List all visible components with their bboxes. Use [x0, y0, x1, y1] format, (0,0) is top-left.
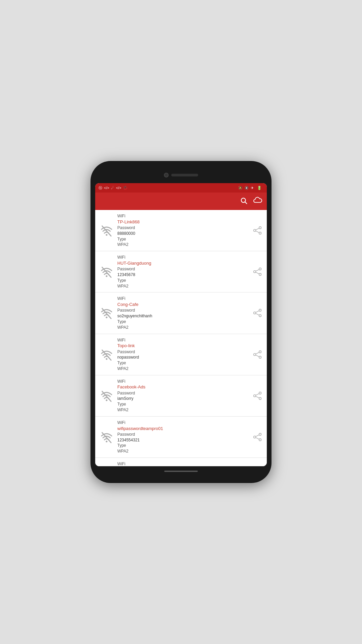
wifi-info: WiFi wifipasswordteampro02 Password 8888… [117, 461, 252, 466]
svg-point-30 [106, 399, 108, 401]
wifi-password: 12345678 [117, 272, 252, 278]
wifi-info: WiFi TP-Link868 Password 88880000 Type W… [117, 213, 252, 248]
svg-point-25 [259, 351, 261, 353]
svg-point-5 [254, 229, 256, 232]
type-label: Type [117, 401, 252, 407]
phone-frame: Ⓝ </> ☄ </> 🐞 🔕 🔇 ✈ 🔋 [90, 161, 272, 483]
notification-icon-n: Ⓝ [99, 185, 102, 191]
svg-line-1 [245, 202, 247, 204]
svg-point-23 [106, 358, 108, 360]
wifi-label: WiFi [117, 255, 252, 260]
wifi-signal-icon [99, 430, 114, 444]
wifi-ssid: Cong-Cafe [117, 302, 252, 308]
svg-line-29 [256, 355, 259, 357]
wifi-ssid: TP-Link868 [117, 219, 252, 225]
wifi-password: 1234554321 [117, 437, 252, 443]
cloud-button[interactable] [253, 197, 262, 206]
svg-point-11 [259, 268, 261, 270]
status-right-icons: 🔕 🔇 ✈ 🔋 [238, 186, 263, 190]
wifi-item: WiFi HUT-Giangduong Password 12345678 Ty… [95, 251, 267, 292]
svg-line-7 [256, 228, 259, 230]
svg-line-43 [256, 438, 259, 439]
wifi-info: WiFi Topo-link Password nopassword Type … [117, 337, 252, 372]
wifi-label: WiFi [117, 461, 252, 466]
svg-line-42 [256, 435, 259, 436]
wifi-password: nopassword [117, 355, 252, 360]
svg-point-16 [106, 317, 108, 318]
wifi-label: WiFi [117, 213, 252, 219]
svg-point-39 [259, 433, 261, 436]
wifi-type: WPA2 [117, 325, 252, 330]
wifi-ssid: Facebook-Ads [117, 384, 252, 390]
type-label: Type [117, 236, 252, 242]
svg-line-8 [256, 231, 259, 233]
type-label: Type [117, 360, 252, 366]
svg-point-4 [259, 227, 261, 229]
no-ring-icon: 🔕 [238, 186, 243, 190]
password-label: Password [117, 349, 252, 355]
phone-top-bar [95, 167, 267, 183]
svg-line-14 [256, 270, 259, 271]
password-label: Password [117, 266, 252, 272]
status-left-icons: Ⓝ </> ☄ </> 🐞 [99, 185, 128, 191]
svg-line-35 [256, 393, 259, 395]
svg-point-40 [254, 436, 256, 438]
wifi-item: WiFi Facebook-Ads Password iamSorry Type… [95, 375, 267, 417]
svg-point-13 [259, 273, 261, 276]
svg-point-12 [254, 271, 256, 273]
password-label: Password [117, 432, 252, 437]
wifi-signal-icon [99, 388, 114, 403]
wifi-item: WiFi wifipasswordteampro01 Password 1234… [95, 417, 267, 458]
wifi-info: WiFi Cong-Cafe Password so2nguyenchithan… [117, 296, 252, 330]
svg-point-27 [259, 356, 261, 358]
svg-point-41 [259, 439, 261, 441]
svg-line-21 [256, 311, 259, 313]
share-button[interactable] [252, 390, 263, 401]
wifi-password: 88880000 [117, 231, 252, 236]
svg-line-15 [256, 272, 259, 274]
type-label: Type [117, 319, 252, 325]
wifi-signal-icon [99, 223, 114, 238]
share-button[interactable] [252, 349, 263, 360]
wifi-label: WiFi [117, 296, 252, 302]
share-button[interactable] [252, 308, 263, 318]
share-button[interactable] [252, 266, 263, 277]
wifi-item: WiFi Cong-Cafe Password so2nguyenchithan… [95, 292, 267, 334]
svg-point-19 [254, 312, 256, 314]
wifi-type: WPA2 [117, 242, 252, 248]
usb-icon: ☄ [111, 186, 114, 190]
code-icon: </> [104, 186, 109, 190]
wifi-item: WiFi Topo-link Password nopassword Type … [95, 334, 267, 375]
wifi-list: WiFi TP-Link868 Password 88880000 Type W… [95, 210, 267, 466]
type-label: Type [117, 443, 252, 448]
wifi-label: WiFi [117, 420, 252, 426]
wifi-item: WiFi TP-Link868 Password 88880000 Type W… [95, 210, 267, 251]
svg-point-37 [106, 441, 108, 442]
wifi-password: iamSorry [117, 396, 252, 401]
wifi-type: WPA2 [117, 448, 252, 454]
wifi-info: WiFi HUT-Giangduong Password 12345678 Ty… [117, 255, 252, 289]
svg-point-32 [259, 392, 261, 394]
share-button[interactable] [252, 432, 263, 442]
home-indicator [164, 471, 198, 472]
bug-icon: 🐞 [123, 186, 128, 190]
app-bar [95, 193, 267, 210]
svg-line-36 [256, 396, 259, 398]
phone-screen: Ⓝ </> ☄ </> 🐞 🔕 🔇 ✈ 🔋 [95, 183, 267, 466]
wifi-type: WPA2 [117, 407, 252, 413]
search-button[interactable] [240, 197, 247, 206]
wifi-ssid: wifipasswordteampro01 [117, 426, 252, 432]
wifi-signal-icon [99, 264, 114, 279]
camera [164, 173, 169, 177]
app-bar-actions [240, 197, 262, 206]
svg-point-2 [106, 234, 108, 236]
password-label: Password [117, 308, 252, 313]
share-button[interactable] [252, 225, 263, 236]
svg-line-28 [256, 352, 259, 354]
wifi-label: WiFi [117, 337, 252, 343]
speaker [171, 174, 198, 176]
svg-point-34 [259, 397, 261, 400]
wifi-item: WiFi wifipasswordteampro02 Password 8888… [95, 458, 267, 466]
code-icon-2: </> [116, 186, 121, 190]
svg-point-26 [254, 353, 256, 356]
